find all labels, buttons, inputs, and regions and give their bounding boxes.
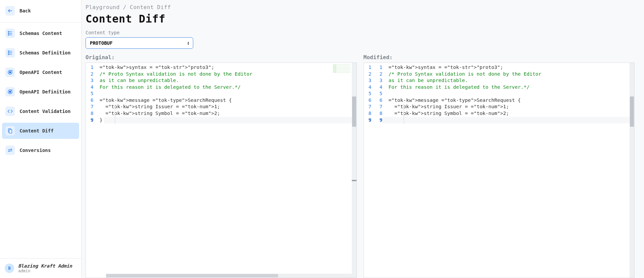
sidebar-item-schemas-content[interactable]: Schemas Content — [2, 25, 79, 41]
indent-guide — [115, 104, 115, 124]
user-name: Blazing Kraft Admin — [18, 263, 72, 269]
sidebar-item-label: OpenAPI Definition — [20, 89, 71, 94]
target-icon — [5, 87, 15, 96]
sidebar-item-label: Schemas Content — [20, 31, 62, 36]
svg-point-2 — [8, 33, 9, 34]
svg-point-9 — [8, 54, 9, 55]
content-type-label: Content type — [86, 30, 635, 35]
content-type-combobox[interactable]: ▴▾ — [86, 37, 193, 49]
sidebar-item-openapi-content[interactable]: OpenAPI Content — [2, 64, 79, 80]
sidebar-item-label: Content Validation — [20, 109, 71, 114]
page-title: Content Diff — [86, 12, 635, 25]
svg-rect-20 — [9, 130, 12, 133]
svg-point-7 — [8, 51, 9, 52]
line-gutter: 1 2 3 4 5 6 7 8 9 — [364, 63, 375, 278]
modified-column: Modified: 1 2 3 4 5 6 7 8 9 1 2 3 4 5 6 … — [364, 54, 635, 278]
divider — [0, 22, 81, 23]
user-footer[interactable]: B Blazing Kraft Admin admin — [0, 258, 81, 278]
avatar: B — [5, 264, 14, 273]
svg-point-17 — [9, 91, 11, 92]
diff-container: Original: 1 2 3 4 5 6 7 8 9 ="tok-kw">sy… — [86, 54, 635, 278]
svg-point-14 — [9, 71, 11, 73]
line-gutter-secondary: 1 2 3 4 5 6 7 8 9 — [375, 63, 386, 278]
main: Playground / Content Diff Content Diff C… — [81, 0, 644, 278]
sidebar-item-openapi-definition[interactable]: OpenAPI Definition — [2, 84, 79, 100]
scroll-overview-mark — [352, 180, 357, 181]
content-type-input[interactable] — [90, 40, 183, 46]
user-role: admin — [18, 269, 72, 273]
breadcrumb-root[interactable]: Playground — [86, 4, 120, 10]
sidebar-item-conversions[interactable]: Conversions — [2, 142, 79, 158]
minimap[interactable] — [333, 64, 350, 73]
modified-label: Modified: — [364, 54, 635, 61]
svg-line-18 — [11, 89, 12, 90]
chevrons-icon: ▴▾ — [187, 41, 190, 45]
original-editor[interactable]: 1 2 3 4 5 6 7 8 9 ="tok-kw">syntax = ="t… — [86, 63, 357, 278]
svg-point-3 — [8, 34, 9, 35]
svg-point-1 — [8, 31, 9, 32]
sidebar-item-schemas-definition[interactable]: Schemas Definition — [2, 45, 79, 61]
sidebar-item-label: Conversions — [20, 148, 51, 153]
diff-icon — [5, 126, 15, 135]
scroll-thumb[interactable] — [630, 96, 634, 127]
arrow-left-icon — [5, 6, 15, 15]
breadcrumb-leaf: Content Diff — [130, 4, 171, 10]
sidebar-item-content-validation[interactable]: Content Validation — [2, 103, 79, 119]
indent-guide — [404, 104, 404, 124]
content-type-field: Content type ▴▾ — [86, 30, 635, 49]
scroll-thumb[interactable] — [106, 274, 278, 277]
schema-icon — [5, 29, 15, 38]
original-column: Original: 1 2 3 4 5 6 7 8 9 ="tok-kw">sy… — [86, 54, 357, 278]
sidebar-item-label: OpenAPI Content — [20, 70, 62, 75]
horizontal-scrollbar[interactable] — [106, 274, 352, 278]
modified-editor[interactable]: 1 2 3 4 5 6 7 8 9 1 2 3 4 5 6 7 8 9 ="to… — [364, 63, 635, 278]
scroll-thumb[interactable] — [352, 96, 356, 127]
code-area[interactable]: ="tok-kw">syntax = ="tok-str">"proto3"; … — [386, 63, 634, 278]
code-area[interactable]: ="tok-kw">syntax = ="tok-str">"proto3"; … — [97, 63, 357, 278]
svg-point-8 — [8, 52, 9, 53]
breadcrumb: Playground / Content Diff — [86, 3, 635, 10]
target-icon — [5, 68, 15, 77]
svg-line-15 — [11, 70, 12, 71]
sidebar-item-content-diff[interactable]: Content Diff — [2, 123, 79, 139]
sidebar: Back Schemas Content Schemas Definition … — [0, 0, 81, 278]
line-gutter: 1 2 3 4 5 6 7 8 9 — [86, 63, 97, 278]
code-icon — [5, 107, 15, 116]
back-label: Back — [20, 8, 31, 13]
breadcrumb-sep: / — [123, 4, 126, 10]
vertical-scrollbar[interactable] — [352, 63, 357, 278]
original-label: Original: — [86, 54, 357, 61]
schema-icon — [5, 48, 15, 57]
back-button[interactable]: Back — [2, 3, 79, 19]
sidebar-item-label: Schemas Definition — [20, 50, 71, 55]
sidebar-item-label: Content Diff — [20, 128, 54, 133]
sidebar-nav: Schemas Content Schemas Definition OpenA… — [0, 23, 81, 160]
vertical-scrollbar[interactable] — [630, 63, 634, 278]
swap-icon — [5, 146, 15, 155]
